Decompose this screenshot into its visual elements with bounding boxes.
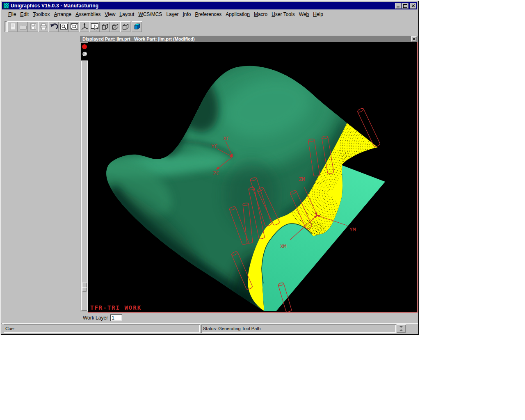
- 3d-scene: XCYCZCZMXMYMTFR-TRI WORK: [88, 42, 417, 312]
- menu-application[interactable]: Application: [226, 11, 250, 17]
- graphics-viewport[interactable]: XCYCZCZMXMYMTFR-TRI WORK: [88, 42, 418, 313]
- menu-toolbox[interactable]: Toolbox: [33, 11, 50, 17]
- graphics-window-title: Displayed Part: jim.prt Work Part: jim.p…: [82, 37, 195, 41]
- undo-button[interactable]: [48, 21, 59, 32]
- work-layer-row: Work Layer 1: [80, 313, 418, 323]
- menu-web[interactable]: Web: [299, 11, 309, 17]
- print-icon: [40, 24, 46, 30]
- idle-light-icon: [82, 52, 87, 56]
- graphics-close-button[interactable]: [411, 36, 417, 41]
- rail-handle[interactable]: [82, 287, 87, 292]
- app-window: Unigraphics V15.0.3 - Manufacturing File…: [0, 0, 419, 335]
- menu-layer[interactable]: Layer: [166, 11, 178, 17]
- work-layer-input[interactable]: 1: [110, 314, 122, 321]
- divider: [1, 323, 418, 324]
- svg-text:ZM: ZM: [299, 176, 305, 182]
- work-layer-label: Work Layer: [83, 315, 108, 321]
- view-caption: TFR-TRI WORK: [90, 304, 142, 311]
- open-icon: [20, 25, 26, 30]
- print-button[interactable]: [38, 21, 48, 32]
- save-button[interactable]: [28, 21, 38, 32]
- toolbar-buttons: [7, 21, 142, 32]
- text-caret: [111, 315, 111, 320]
- menu-view[interactable]: View: [105, 11, 116, 17]
- rail-handle[interactable]: [82, 283, 87, 287]
- title-bar: Unigraphics V15.0.3 - Manufacturing: [2, 2, 417, 9]
- zoom-examine-button[interactable]: [59, 21, 69, 32]
- zoom-examine-icon: [60, 24, 67, 30]
- dialog-rail: [80, 42, 88, 312]
- cube-wire-1-button[interactable]: [100, 21, 110, 32]
- menu-help[interactable]: Help: [313, 11, 323, 17]
- close-button[interactable]: [410, 3, 416, 9]
- csys-icon: [82, 23, 88, 30]
- svg-text:YM: YM: [349, 226, 356, 233]
- menu-assemblies[interactable]: Assemblies: [75, 11, 100, 17]
- menu-user-tools[interactable]: User Tools: [272, 11, 294, 17]
- open-button[interactable]: [18, 21, 28, 32]
- cue-field: Cue:: [4, 324, 200, 333]
- maximize-button[interactable]: [402, 3, 409, 9]
- rail-scrollbar-thumb[interactable]: [81, 61, 87, 310]
- svg-text:YC: YC: [211, 143, 218, 149]
- fit-view-icon: [71, 24, 78, 30]
- cube-wire-2-icon: [112, 24, 118, 30]
- status-field: Status: Generating Tool Path: [201, 324, 396, 333]
- status-interrupt-button[interactable]: [397, 324, 406, 333]
- new-icon: [11, 23, 15, 30]
- cube-wire-1-icon: [102, 24, 107, 30]
- traffic-lights: [81, 43, 88, 60]
- svg-text:XM: XM: [280, 243, 287, 249]
- shaded-cube-icon: [135, 24, 140, 29]
- menu-arrange[interactable]: Arrange: [54, 11, 71, 17]
- csys-button[interactable]: [79, 21, 89, 32]
- select-hand-icon: [91, 24, 98, 30]
- menu-wcs-mcs[interactable]: WCS/MCS: [138, 11, 162, 17]
- toolbar-grip[interactable]: [5, 21, 7, 32]
- graphics-window-header[interactable]: Displayed Part: jim.prt Work Part: jim.p…: [80, 36, 418, 42]
- undo-icon: [50, 24, 57, 29]
- menu-preferences[interactable]: Preferences: [195, 11, 221, 17]
- cube-wire-3-icon: [123, 24, 128, 30]
- cube-wire-3-button[interactable]: [120, 21, 130, 32]
- menu-bar: FileEditToolboxArrangeAssembliesViewLayo…: [2, 10, 417, 18]
- window-title: Unigraphics V15.0.3 - Manufacturing: [11, 3, 98, 9]
- select-hand-button[interactable]: [89, 21, 100, 32]
- minimize-button[interactable]: [395, 3, 402, 9]
- shaded-cube-button[interactable]: [132, 21, 142, 32]
- menu-file[interactable]: File: [8, 11, 16, 17]
- stop-light-icon[interactable]: [82, 44, 87, 49]
- save-icon: [30, 24, 36, 30]
- menu-edit[interactable]: Edit: [20, 11, 29, 17]
- fit-view-button[interactable]: [69, 21, 79, 32]
- menu-info[interactable]: Info: [183, 11, 191, 17]
- menu-macro[interactable]: Macro: [254, 11, 267, 17]
- app-icon: [3, 3, 9, 9]
- menu-layout[interactable]: Layout: [119, 11, 134, 17]
- svg-text:ZC: ZC: [213, 170, 219, 176]
- svg-text:XC: XC: [223, 135, 230, 142]
- cube-wire-2-button[interactable]: [110, 21, 120, 32]
- new-button[interactable]: [7, 21, 18, 32]
